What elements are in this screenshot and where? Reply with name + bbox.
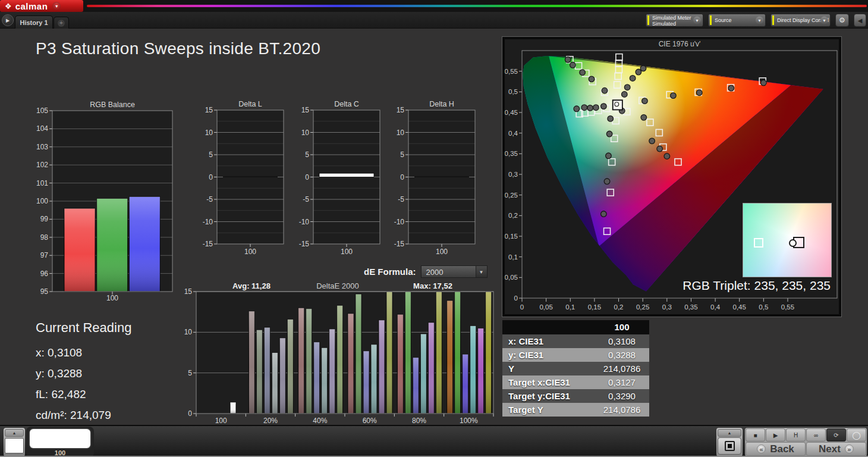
page-title: P3 Saturation Sweeps inside BT.2020 — [36, 39, 320, 58]
tab-nav-arrow-icon: ▶ — [6, 18, 10, 23]
source-dropdown-label: Source — [715, 15, 756, 26]
svg-text:101: 101 — [36, 179, 48, 187]
delta-h-chart: 151050-5-10-15Delta H100 — [389, 98, 479, 258]
back-button[interactable]: « Back — [746, 442, 806, 456]
svg-text:10: 10 — [184, 328, 193, 336]
chevron-down-icon[interactable]: ▼ — [693, 17, 701, 24]
refresh-button[interactable]: ⟳ — [826, 428, 846, 442]
settings-button[interactable]: ⚙ — [835, 14, 849, 27]
top-bar: ❖ calman ▾ — [0, 0, 868, 12]
svg-text:5: 5 — [400, 151, 404, 159]
row-value: 214,0786 — [595, 403, 649, 417]
measure-control-column: ▲ — [716, 428, 743, 456]
gear-icon: ⚙ — [839, 16, 845, 24]
source-dropdown[interactable]: Source ▼ — [708, 14, 766, 27]
circle-icon: ◯ — [852, 431, 861, 440]
svg-text:0,45: 0,45 — [505, 109, 518, 116]
calman-logo-button[interactable]: ❖ calman ▾ — [0, 0, 83, 12]
svg-text:0,4: 0,4 — [508, 130, 518, 137]
svg-text:15: 15 — [397, 106, 405, 114]
svg-text:CIE 1976 u'v': CIE 1976 u'v' — [659, 40, 701, 48]
chevron-down-icon[interactable]: ▼ — [820, 17, 828, 24]
calman-diamond-icon: ❖ — [5, 2, 12, 10]
svg-text:0: 0 — [400, 173, 404, 181]
continuous-measure-button[interactable]: ∞ — [806, 428, 826, 442]
inset-target-square-icon — [754, 238, 763, 248]
chevron-left-icon: ◀ — [858, 17, 863, 24]
stop-measure-button[interactable] — [718, 437, 741, 455]
logo-menu-caret-icon[interactable]: ▾ — [52, 2, 61, 10]
test-pattern-swatch[interactable] — [30, 429, 90, 448]
collapse-panel-button[interactable]: ◀ — [854, 14, 866, 27]
svg-text:0,25: 0,25 — [636, 303, 649, 311]
row-label: Target y:CIE31 — [502, 389, 595, 403]
svg-text:100: 100 — [36, 197, 48, 205]
tab-history-1-label: History 1 — [20, 19, 48, 26]
controls-expand-button[interactable]: ▲ — [718, 429, 741, 437]
play-button[interactable]: ▶ — [766, 428, 785, 442]
row-label: Y — [502, 362, 595, 375]
table-row: Target Y 214,0786 — [502, 403, 649, 417]
tab-nav-button[interactable]: ▶ — [2, 14, 14, 26]
svg-text:0: 0 — [188, 409, 192, 418]
svg-text:100: 100 — [341, 248, 353, 256]
navigation-control-panel: ■ ▶ H ∞ ⟳ ◯ « — [745, 428, 867, 456]
chevron-down-icon[interactable]: ▼ — [476, 266, 487, 277]
svg-text:0,3: 0,3 — [508, 171, 518, 178]
svg-text:0: 0 — [514, 295, 518, 302]
cie-1976-chart-panel: 00,050,10,150,20,250,30,350,40,450,50,55… — [502, 37, 841, 317]
svg-text:20%: 20% — [263, 417, 278, 424]
svg-text:15: 15 — [205, 106, 213, 114]
bottom-bar: ▲ 100 ▲ ■ ▶ H — [0, 425, 868, 457]
chevron-double-right-icon: » — [845, 445, 854, 453]
svg-text:-15: -15 — [299, 240, 310, 248]
svg-text:80%: 80% — [412, 417, 426, 424]
current-reading-panel: Current Reading x: 0,3108 y: 0,3288 fL: … — [36, 320, 131, 430]
display-control-dropdown[interactable]: Direct Display Control ▼ — [770, 14, 831, 27]
svg-text:0: 0 — [305, 173, 309, 181]
next-button[interactable]: Next » — [806, 442, 866, 456]
row-value: 0,3127 — [595, 375, 649, 389]
de-formula-dropdown[interactable]: 2000 ▼ — [421, 265, 488, 278]
chevron-down-icon[interactable]: ▼ — [756, 17, 763, 24]
add-tab-button[interactable]: + — [54, 17, 69, 29]
svg-text:RGB Balance: RGB Balance — [90, 101, 135, 109]
svg-text:Delta H: Delta H — [429, 100, 454, 108]
svg-text:-10: -10 — [299, 218, 310, 226]
tab-history-1[interactable]: History 1 — [15, 15, 53, 29]
measure-button-row: ■ ▶ H ∞ ⟳ ◯ — [746, 428, 866, 442]
de-formula-label: dE Formula: — [364, 267, 416, 277]
single-measure-icon: H — [794, 432, 798, 439]
pattern-expand-button[interactable]: ▲ — [5, 429, 24, 437]
current-reading-y: y: 0,3288 — [36, 367, 131, 380]
svg-text:100%: 100% — [460, 417, 478, 424]
svg-text:-15: -15 — [394, 240, 405, 248]
svg-text:100: 100 — [436, 248, 448, 256]
svg-text:0,55: 0,55 — [781, 303, 794, 311]
calman-logo-text: calman — [15, 1, 48, 11]
svg-text:100: 100 — [106, 294, 118, 302]
svg-text:Avg: 11,28: Avg: 11,28 — [232, 281, 271, 290]
svg-text:-15: -15 — [203, 240, 213, 248]
meter-dropdown[interactable]: Simulated Meter Simulated ▼ — [646, 14, 703, 27]
svg-text:0,25: 0,25 — [505, 192, 518, 199]
chevron-double-left-icon: « — [757, 445, 766, 453]
svg-text:0: 0 — [209, 173, 213, 181]
rainbow-gradient-bar — [87, 5, 867, 7]
single-measure-button[interactable]: H — [786, 428, 806, 442]
svg-text:0,2: 0,2 — [614, 303, 624, 311]
next-button-label: Next — [819, 443, 841, 455]
svg-text:0,55: 0,55 — [505, 68, 518, 75]
svg-text:95: 95 — [40, 287, 49, 296]
svg-text:96: 96 — [40, 270, 49, 278]
svg-text:0: 0 — [520, 303, 524, 311]
pattern-mini-panel: ▲ — [4, 428, 25, 456]
stop-button[interactable]: ■ — [746, 428, 765, 442]
rgb-balance-chart: 1051041031021011009998979695RGB Balance1… — [33, 99, 176, 309]
record-button[interactable]: ◯ — [847, 428, 866, 442]
svg-text:100: 100 — [215, 417, 227, 424]
svg-text:105: 105 — [36, 107, 48, 115]
delta-e-chart: 15105010020%40%60%80%100%Avg: 11,28Delta… — [177, 281, 498, 426]
workflow-toolbar: Simulated Meter Simulated ▼ Source ▼ Dir… — [646, 14, 866, 27]
svg-text:-5: -5 — [303, 195, 309, 204]
